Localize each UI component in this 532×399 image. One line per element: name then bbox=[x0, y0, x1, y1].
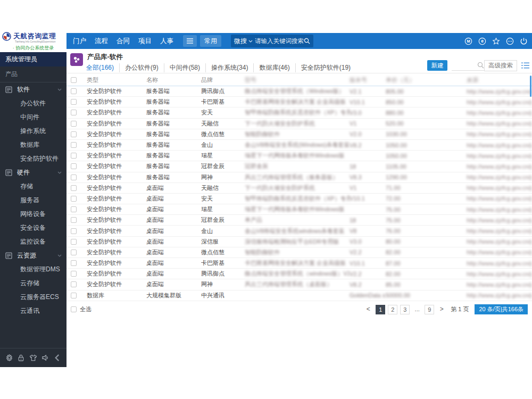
sidebar-item-安全防护软件[interactable]: 安全防护软件 bbox=[0, 152, 66, 165]
sidebar-item-办公软件[interactable]: 办公软件 bbox=[0, 96, 66, 110]
nav-item-3[interactable]: 合同 bbox=[117, 37, 130, 46]
select-all[interactable]: 全选 bbox=[71, 305, 92, 313]
table-search-icon[interactable] bbox=[477, 62, 484, 69]
tab-3[interactable]: 中间件(58) bbox=[164, 63, 205, 72]
common-tab[interactable]: 常用 bbox=[200, 35, 221, 47]
table-row[interactable]: 安全防护软件桌面端金山金山V8终端安全系统windows杀毒套装V876.00h… bbox=[66, 226, 532, 236]
tab-4[interactable]: 操作系统(34) bbox=[205, 63, 253, 72]
page-button-9[interactable]: 9 bbox=[425, 305, 434, 314]
page-button-1[interactable]: 1 bbox=[376, 305, 385, 314]
table-row[interactable]: 安全防护软件服务器端天融信下一代防火墙安全防护系统V1520.00http://… bbox=[66, 119, 532, 129]
table-row[interactable]: 安全防护软件桌面端天融信下一代防火墙安全防护系统V171.00http://ww… bbox=[66, 183, 532, 194]
advanced-search-button[interactable]: 高级搜索 bbox=[484, 60, 517, 71]
sidebar-item-服务器[interactable]: 服务器 bbox=[0, 193, 66, 207]
row-checkbox[interactable] bbox=[71, 196, 77, 202]
row-checkbox[interactable] bbox=[71, 250, 77, 255]
table-row[interactable]: 安全防护软件服务器端卡巴斯基卡巴斯基网络安全解决方案 企业高级版（KESBV10… bbox=[66, 97, 532, 107]
page-button-3[interactable]: 3 bbox=[400, 305, 410, 314]
row-checkbox[interactable] bbox=[71, 142, 77, 148]
table-row[interactable]: 安全防护软件桌面端卡巴斯基卡巴斯基网络安全解决方案 企业高级版（KESB-高V1… bbox=[66, 258, 532, 269]
sidebar-item-数据库[interactable]: 数据库 bbox=[0, 138, 66, 152]
favorite-star-icon[interactable] bbox=[492, 37, 500, 45]
row-checkbox[interactable] bbox=[71, 271, 77, 277]
table-row[interactable]: 安全防护软件服务器端金山金山V8终端安全系统(Windows)杀毒套装V8.21… bbox=[66, 140, 532, 151]
row-checkbox[interactable] bbox=[71, 99, 77, 105]
table-row[interactable]: 安全防护软件服务器端腾讯御点御点终端安全管理系统（Windows版）V2.180… bbox=[66, 86, 532, 97]
collapse-arrow-icon[interactable] bbox=[53, 354, 61, 362]
theme-shirt-icon[interactable] bbox=[29, 354, 37, 362]
prev-page-button[interactable]: < bbox=[363, 305, 373, 314]
row-checkbox[interactable] bbox=[71, 163, 77, 169]
table-row[interactable]: 安全防护软件服务器端冠群金辰冠群金辰181105.00http://www.zj… bbox=[66, 161, 532, 172]
table-row[interactable]: 安全防护软件服务器端瑞星瑞星下一代网络版杀毒软件Windows版1050.00h… bbox=[66, 151, 532, 161]
table-row[interactable]: 安全防护软件服务器端网神风云三代终端管理系统（服务器版）V8.31290.00h… bbox=[66, 172, 532, 183]
row-checkbox[interactable] bbox=[71, 293, 77, 298]
table-row[interactable]: 安全防护软件桌面端网神风云三代终端管理系统（桌面版）V8.285.00http:… bbox=[66, 279, 532, 290]
scrollbar[interactable] bbox=[530, 76, 531, 97]
sidebar-item-中间件[interactable]: 中间件 bbox=[0, 110, 66, 124]
tab-2[interactable]: 办公软件(9) bbox=[119, 63, 164, 72]
apps-menu-button[interactable] bbox=[183, 35, 197, 47]
sidebar-group-硬件[interactable]: 硬件 bbox=[0, 165, 66, 179]
nav-item-4[interactable]: 项目 bbox=[138, 37, 152, 46]
table-search-input[interactable] bbox=[452, 62, 477, 69]
header-checkbox[interactable] bbox=[71, 77, 77, 83]
sidebar-group-云资源[interactable]: 云资源 bbox=[0, 248, 66, 262]
row-checkbox[interactable] bbox=[71, 110, 77, 115]
lock-icon[interactable] bbox=[17, 354, 25, 362]
search-input[interactable] bbox=[255, 38, 304, 44]
tab-5[interactable]: 数据库(46) bbox=[253, 63, 295, 72]
e-badge-icon[interactable]: e bbox=[478, 37, 486, 45]
row-checkbox[interactable] bbox=[71, 174, 77, 180]
nav-item-5[interactable]: 人事 bbox=[160, 37, 173, 46]
sidebar-item-监控设备[interactable]: 监控设备 bbox=[0, 235, 66, 248]
table-row[interactable]: 安全防护软件桌面端微点佰慧智能防御软件V2.282.00http://www.z… bbox=[66, 247, 532, 258]
sidebar-item-云通讯[interactable]: 云通讯 bbox=[0, 304, 66, 318]
oa-login-link[interactable]: · 协同办公系统登录 bbox=[2, 45, 64, 52]
nav-item-2[interactable]: 流程 bbox=[95, 37, 108, 46]
view-switch-icon[interactable] bbox=[521, 62, 529, 69]
row-checkbox[interactable] bbox=[71, 185, 77, 191]
row-checkbox[interactable] bbox=[71, 131, 77, 137]
nav-item-1[interactable]: 门户 bbox=[73, 37, 86, 46]
row-checkbox[interactable] bbox=[71, 281, 77, 287]
row-checkbox[interactable] bbox=[71, 260, 77, 266]
page-jump-label[interactable]: 第 1 页 bbox=[451, 305, 469, 313]
sidebar-item-数据管理DMS[interactable]: 数据管理DMS bbox=[0, 262, 66, 276]
row-checkbox[interactable] bbox=[71, 228, 77, 234]
next-page-button[interactable]: > bbox=[437, 305, 446, 314]
power-logout-icon[interactable] bbox=[520, 37, 528, 45]
select-all-checkbox[interactable] bbox=[71, 306, 77, 312]
sidebar-item-操作系统[interactable]: 操作系统 bbox=[0, 124, 66, 138]
new-button[interactable]: 新建 bbox=[427, 60, 447, 71]
table-row[interactable]: 安全防护软件桌面端腾讯御点御点终端安全管理系统（windows版）V2.1V2.… bbox=[66, 269, 532, 279]
search-icon[interactable] bbox=[304, 38, 310, 44]
table-row[interactable]: 安全防护软件服务器端安天智甲终端防御系统反恶意软件（XP）专用版V3.0880.… bbox=[66, 107, 532, 118]
row-checkbox[interactable] bbox=[71, 88, 77, 94]
table-row[interactable]: 安全防护软件桌面端安天智甲终端防御系统反恶意软件（XP）专用版V10.172.0… bbox=[66, 194, 532, 204]
row-checkbox[interactable] bbox=[71, 239, 77, 245]
tab-6[interactable]: 安全防护软件(19) bbox=[295, 63, 356, 72]
sidebar-item-网络设备[interactable]: 网络设备 bbox=[0, 207, 66, 221]
sidebar-item-安全设备[interactable]: 安全设备 bbox=[0, 221, 66, 235]
sidebar-item-云存储[interactable]: 云存储 bbox=[0, 276, 66, 290]
page-button-2[interactable]: 2 bbox=[388, 305, 397, 314]
table-row[interactable]: 安全防护软件桌面端瑞星瑞星下一代网络版杀毒软件Windows版75.00http… bbox=[66, 204, 532, 215]
gear-icon[interactable] bbox=[5, 354, 13, 362]
sidebar-group-软件[interactable]: 软件 bbox=[0, 82, 66, 96]
wesearch-label[interactable]: 微搜 bbox=[234, 37, 247, 46]
table-row[interactable]: 安全防护软件桌面端深信服深信服终端检测响应平台EDR专用版V3.080.00ht… bbox=[66, 237, 532, 247]
volume-icon[interactable] bbox=[41, 354, 49, 362]
table-row[interactable]: 安全防护软件服务器端微点佰慧智能防御软件V2.01030.00http://ww… bbox=[66, 129, 532, 140]
sidebar-item-存储[interactable]: 存储 bbox=[0, 179, 66, 193]
chevron-down-icon[interactable] bbox=[248, 40, 253, 43]
tab-1[interactable]: 全部(166) bbox=[86, 63, 119, 72]
row-checkbox[interactable] bbox=[71, 217, 77, 223]
row-checkbox[interactable] bbox=[71, 153, 77, 159]
more-options-icon[interactable] bbox=[506, 37, 514, 45]
row-checkbox[interactable] bbox=[71, 206, 77, 212]
table-row[interactable]: 数据库大规模集群版中兴通讯GoldenData s...50000.00http… bbox=[66, 290, 532, 301]
m-badge-icon[interactable]: M bbox=[464, 37, 472, 45]
row-checkbox[interactable] bbox=[71, 121, 77, 127]
table-row[interactable]: 安全防护软件桌面端冠群金辰单产品1875.00http://www.zjzfcg… bbox=[66, 215, 532, 226]
